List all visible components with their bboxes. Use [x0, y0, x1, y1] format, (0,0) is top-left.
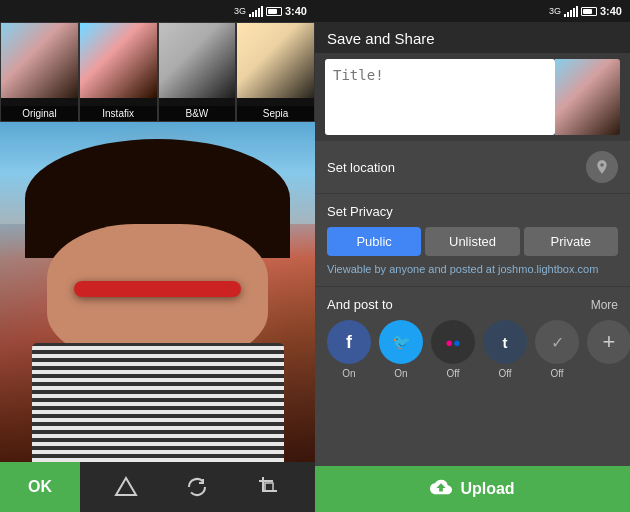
flickr-button[interactable]: ●● [431, 320, 475, 364]
social-item-tumblr: t Off [483, 320, 527, 379]
person-drawing [0, 122, 315, 462]
svg-rect-1 [265, 483, 273, 491]
filter-thumb-img-original [1, 23, 78, 98]
filter-label-sepia: Sepia [237, 106, 314, 121]
filter-original[interactable]: Original [0, 22, 79, 122]
crop-icon-button[interactable] [257, 475, 281, 499]
status-icons-right: 3G 3:40 [549, 5, 622, 17]
facebook-icon: f [346, 332, 352, 353]
filter-label-bw: B&W [159, 106, 236, 121]
filter-thumbnails: Original Instafix B&W Sepia [0, 22, 315, 122]
filter-label-original: Original [1, 106, 78, 121]
tumblr-button[interactable]: t [483, 320, 527, 364]
filter-thumb-img-bw [159, 23, 236, 98]
save-share-title: Save and Share [327, 30, 435, 47]
time-left: 3:40 [285, 5, 307, 17]
filter-thumb-img-instafix [80, 23, 157, 98]
facebook-status: On [342, 368, 355, 379]
more-social-button[interactable]: + [587, 320, 630, 364]
social-icons-row: f On 🐦 On ●● Off [327, 320, 618, 379]
battery-left [266, 7, 282, 16]
set-privacy-section: Set Privacy Public Unlisted Private View… [315, 194, 630, 286]
tumblr-status: Off [498, 368, 511, 379]
privacy-unlisted-button[interactable]: Unlisted [425, 227, 519, 256]
post-to-section: And post to More f On 🐦 On [315, 287, 630, 466]
signal-3g-right: 3G [549, 6, 561, 16]
privacy-private-button[interactable]: Private [524, 227, 618, 256]
time-right: 3:40 [600, 5, 622, 17]
main-photo [0, 122, 315, 462]
person-shirt [32, 343, 284, 462]
set-privacy-label: Set Privacy [327, 204, 618, 219]
ok-button[interactable]: OK [0, 462, 80, 512]
status-icons-left: 3G 3:40 [234, 5, 307, 17]
upload-cloud-icon [430, 476, 452, 503]
crop-icon [257, 475, 281, 499]
post-to-header: And post to More [327, 297, 618, 312]
right-panel: 3G 3:40 Save and Share Set location [315, 0, 630, 512]
rotate-icon-button[interactable] [185, 475, 209, 499]
tumblr-icon: t [503, 334, 508, 351]
left-panel: 3G 3:40 Original Instafix B&W [0, 0, 315, 512]
flickr-icon: ●● [445, 335, 461, 350]
status-bar-left: 3G 3:40 [0, 0, 315, 22]
svg-marker-0 [116, 478, 136, 495]
twitter-icon: 🐦 [392, 333, 411, 351]
privacy-public-button[interactable]: Public [327, 227, 421, 256]
social-item-check: ✓ Off [535, 320, 579, 379]
save-share-header: Save and Share [315, 22, 630, 53]
privacy-info-text: Viewable by anyone and posted at joshmo.… [327, 262, 618, 276]
upload-button[interactable]: Upload [315, 466, 630, 512]
photo-thumbnail-right [555, 59, 620, 135]
social-item-more: + [587, 320, 630, 364]
rotate-icon [185, 475, 209, 499]
post-to-label: And post to [327, 297, 393, 312]
social-item-twitter: 🐦 On [379, 320, 423, 379]
twitter-status: On [394, 368, 407, 379]
set-location-label: Set location [327, 160, 395, 175]
plus-icon: + [603, 329, 616, 355]
filter-label-instafix: Instafix [80, 106, 157, 121]
title-input[interactable] [325, 59, 555, 135]
person-sunglasses [74, 281, 242, 297]
location-icon-button[interactable] [586, 151, 618, 183]
battery-right [581, 7, 597, 16]
share-icon [114, 475, 138, 499]
filter-sepia[interactable]: Sepia [236, 22, 315, 122]
location-pin-icon [594, 159, 610, 175]
person-face [47, 224, 268, 360]
title-area [325, 59, 620, 135]
bottom-toolbar: OK [0, 462, 315, 512]
filter-instafix[interactable]: Instafix [79, 22, 158, 122]
twitter-button[interactable]: 🐦 [379, 320, 423, 364]
filter-bw[interactable]: B&W [158, 22, 237, 122]
share-icon-button[interactable] [114, 475, 138, 499]
signal-3g-left: 3G [234, 6, 246, 16]
cloud-upload-icon [430, 476, 452, 498]
upload-label: Upload [460, 480, 514, 498]
social-item-facebook: f On [327, 320, 371, 379]
signal-bars-left [249, 5, 263, 17]
filter-thumb-img-sepia [237, 23, 314, 98]
more-label[interactable]: More [591, 298, 618, 312]
status-bar-right: 3G 3:40 [315, 0, 630, 22]
battery-fill-right [583, 9, 592, 14]
set-location-row[interactable]: Set location [315, 141, 630, 193]
signal-bars-right [564, 5, 578, 17]
battery-fill [268, 9, 277, 14]
toolbar-icons [80, 475, 315, 499]
check-status: Off [550, 368, 563, 379]
check-icon: ✓ [551, 333, 564, 352]
privacy-buttons: Public Unlisted Private [327, 227, 618, 256]
facebook-button[interactable]: f [327, 320, 371, 364]
social-item-flickr: ●● Off [431, 320, 475, 379]
flickr-status: Off [446, 368, 459, 379]
check-button[interactable]: ✓ [535, 320, 579, 364]
